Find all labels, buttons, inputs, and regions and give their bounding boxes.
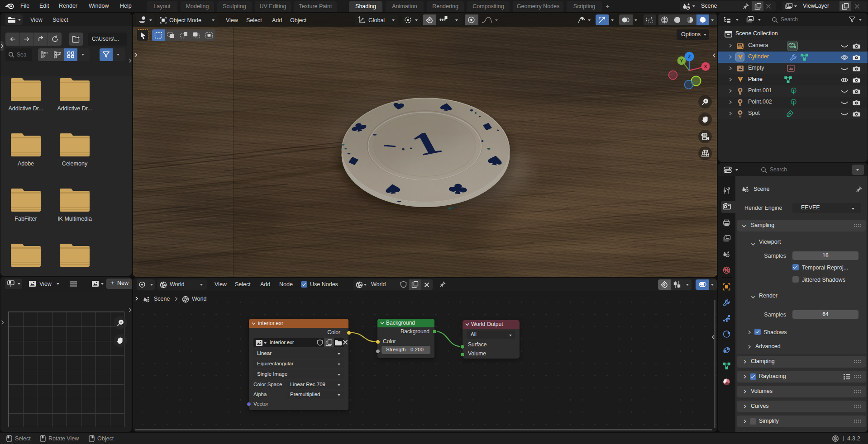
- svg-text:Y: Y: [680, 58, 683, 63]
- svg-text:Z: Z: [688, 54, 691, 59]
- svg-text:X: X: [704, 64, 707, 69]
